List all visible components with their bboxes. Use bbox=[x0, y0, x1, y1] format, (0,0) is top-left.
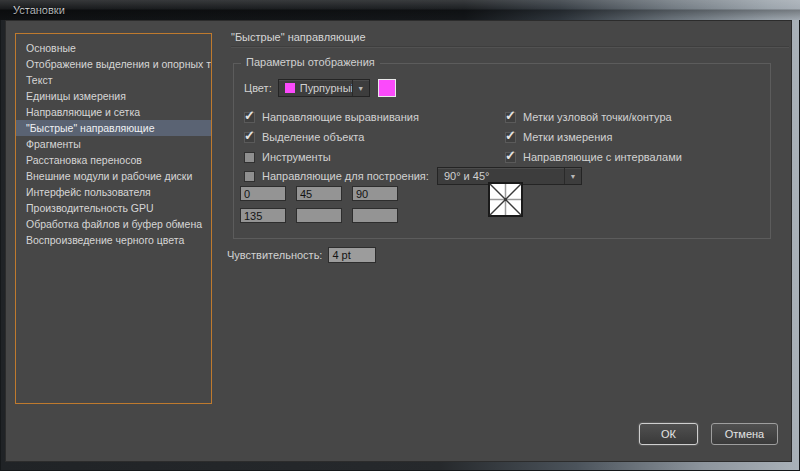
sidebar-item-gpu-performance[interactable]: Производительность GPU bbox=[16, 200, 211, 216]
checkbox-checked-icon[interactable] bbox=[244, 132, 255, 143]
checkbox-checked-icon[interactable] bbox=[505, 132, 516, 143]
group-title: Параметры отображения bbox=[241, 56, 380, 68]
dialog-body: Основные Отображение выделения и опорных… bbox=[5, 20, 792, 462]
chevron-down-icon[interactable]: ▼ bbox=[564, 168, 581, 184]
checkbox-label: Направляющие с интервалами bbox=[523, 151, 682, 163]
sidebar-item-units[interactable]: Единицы измерения bbox=[16, 88, 211, 104]
checkbox-label: Метки измерения bbox=[523, 131, 612, 143]
header-divider bbox=[231, 46, 789, 48]
color-label: Цвет: bbox=[244, 82, 272, 94]
checkbox-checked-icon[interactable] bbox=[505, 152, 516, 163]
checkbox-column-right: Метки узловой точки/контура Метки измере… bbox=[505, 107, 682, 167]
checkbox-spacing-guides[interactable]: Направляющие с интервалами bbox=[505, 147, 682, 167]
angle-input-5[interactable] bbox=[296, 208, 342, 223]
angle-input-1[interactable] bbox=[240, 186, 286, 201]
sidebar-item-plugins-scratch-disks[interactable]: Внешние модули и рабочие диски bbox=[16, 168, 211, 184]
color-swatch-mini bbox=[285, 83, 295, 93]
sidebar-item-black-appearance[interactable]: Воспроизведение черного цвета bbox=[16, 232, 211, 248]
checkbox-measurement-labels[interactable]: Метки измерения bbox=[505, 127, 682, 147]
checkbox-column-left: Направляющие выравнивания Выделение объе… bbox=[244, 107, 419, 167]
color-dropdown[interactable]: Пурпурный ▼ bbox=[278, 79, 370, 97]
cancel-button[interactable]: Отмена bbox=[711, 423, 778, 445]
color-swatch-preview[interactable] bbox=[378, 79, 396, 97]
sidebar-item-smart-guides[interactable]: "Быстрые" направляющие bbox=[16, 120, 211, 136]
sidebar-item-hyphenation[interactable]: Расстановка переносов bbox=[16, 152, 211, 168]
page-title: "Быстрые" направляющие bbox=[231, 31, 366, 43]
checkbox-anchor-path-labels[interactable]: Метки узловой точки/контура bbox=[505, 107, 682, 127]
ok-button[interactable]: ОК bbox=[639, 423, 698, 445]
checkbox-label: Направляющие выравнивания bbox=[262, 111, 419, 123]
window-title: Установки bbox=[13, 0, 65, 20]
checkbox-unchecked-icon[interactable] bbox=[244, 152, 255, 163]
display-options-group: Параметры отображения Цвет: Пурпурный ▼ … bbox=[233, 63, 771, 239]
construction-guides-label: Направляющие для построения: bbox=[262, 170, 429, 182]
sidebar-item-type[interactable]: Текст bbox=[16, 72, 211, 88]
sensitivity-label: Чувствительность: bbox=[227, 249, 322, 261]
sidebar-item-user-interface[interactable]: Интерфейс пользователя bbox=[16, 184, 211, 200]
angle-preview-icon bbox=[488, 182, 523, 217]
angle-input-2[interactable] bbox=[296, 186, 342, 201]
chevron-down-icon[interactable]: ▼ bbox=[352, 80, 369, 96]
titlebar[interactable]: Установки bbox=[0, 0, 800, 20]
checkbox-label: Метки узловой точки/контура bbox=[523, 111, 672, 123]
sidebar-item-selection-anchor-display[interactable]: Отображение выделения и опорных точек bbox=[16, 56, 211, 72]
construction-guides-row: Направляющие для построения: 90° и 45° ▼ bbox=[244, 167, 582, 185]
sensitivity-input[interactable] bbox=[328, 247, 376, 263]
construction-angles-value: 90° и 45° bbox=[438, 170, 564, 182]
checkbox-label: Выделение объекта bbox=[262, 131, 364, 143]
sensitivity-row: Чувствительность: bbox=[227, 247, 376, 263]
checkbox-checked-icon[interactable] bbox=[244, 112, 255, 123]
color-row: Цвет: Пурпурный ▼ bbox=[244, 79, 396, 97]
angle-input-3[interactable] bbox=[352, 186, 398, 201]
sidebar-item-slices[interactable]: Фрагменты bbox=[16, 136, 211, 152]
angle-input-6[interactable] bbox=[352, 208, 398, 223]
checkbox-alignment-guides[interactable]: Направляющие выравнивания bbox=[244, 107, 419, 127]
checkbox-object-highlighting[interactable]: Выделение объекта bbox=[244, 127, 419, 147]
color-dropdown-value: Пурпурный bbox=[300, 82, 352, 94]
sidebar-item-guides-grid[interactable]: Направляющие и сетка bbox=[16, 104, 211, 120]
angle-input-4[interactable] bbox=[240, 208, 286, 223]
preferences-category-list: Основные Отображение выделения и опорных… bbox=[15, 33, 212, 404]
sidebar-item-general[interactable]: Основные bbox=[16, 40, 211, 56]
checkbox-label: Инструменты bbox=[262, 151, 331, 163]
sidebar-item-file-handling-clipboard[interactable]: Обработка файлов и буфер обмена bbox=[16, 216, 211, 232]
checkbox-checked-icon[interactable] bbox=[505, 112, 516, 123]
preferences-dialog: Установки Основные Отображение выделения… bbox=[0, 0, 800, 471]
checkbox-measurement-tools[interactable]: Инструменты bbox=[244, 147, 419, 167]
checkbox-unchecked-icon[interactable] bbox=[244, 171, 255, 182]
